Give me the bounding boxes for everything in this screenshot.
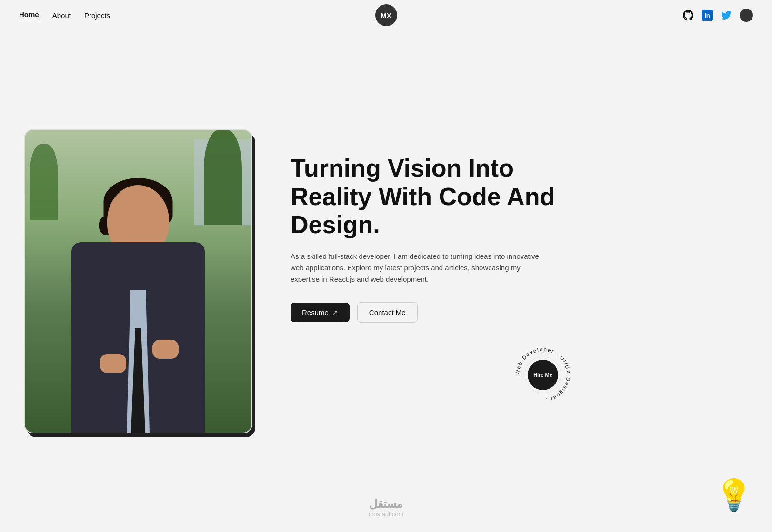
linkedin-icon[interactable]: in	[702, 10, 713, 21]
person-figure	[57, 157, 219, 433]
github-icon[interactable]	[682, 10, 694, 21]
hero-content: Turning Vision Into Reality With Code An…	[291, 154, 576, 408]
profile-photo-card	[24, 129, 252, 433]
theme-toggle-button[interactable]	[740, 9, 753, 22]
lightbulb-icon[interactable]: 💡	[715, 477, 753, 513]
nav-center: MX	[375, 4, 397, 26]
external-link-icon: ↗	[332, 309, 338, 316]
hero-description: As a skilled full-stack developer, I am …	[291, 251, 548, 285]
resume-button[interactable]: Resume ↗	[291, 303, 350, 322]
nav-projects[interactable]: Projects	[84, 11, 110, 20]
watermark: مستقل mostaql.com	[369, 497, 404, 518]
left-hand	[152, 340, 179, 359]
hero-title: Turning Vision Into Reality With Code An…	[291, 154, 576, 239]
nav-right: in	[682, 9, 753, 22]
watermark-brand: مستقل	[369, 497, 404, 511]
main-content: Turning Vision Into Reality With Code An…	[0, 0, 772, 532]
hire-me-badge[interactable]: Web Developer . UI/UX Designer . Hire Me	[510, 342, 576, 408]
navbar: Home About Projects MX in	[0, 0, 772, 30]
right-hand	[100, 354, 126, 373]
cta-buttons: Resume ↗ Contact Me	[291, 302, 576, 323]
resume-label: Resume	[302, 308, 329, 316]
twitter-icon[interactable]	[721, 10, 732, 21]
tree-decoration-2	[30, 144, 58, 220]
hire-me-center-button[interactable]: Hire Me	[528, 360, 558, 390]
photo-background	[25, 130, 251, 433]
nav-home[interactable]: Home	[19, 10, 39, 20]
nav-about[interactable]: About	[52, 11, 71, 20]
nav-left: Home About Projects	[19, 10, 110, 20]
contact-button[interactable]: Contact Me	[357, 302, 418, 323]
avatar[interactable]: MX	[375, 4, 397, 26]
watermark-url: mostaql.com	[369, 511, 404, 518]
